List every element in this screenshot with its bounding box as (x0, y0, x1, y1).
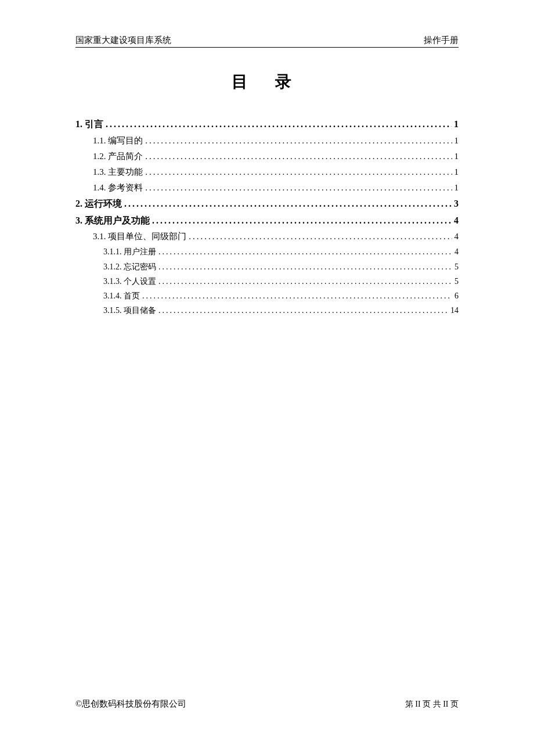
toc-leader-dots (158, 303, 448, 318)
toc-entry: 2. 运行环境 3 (75, 196, 459, 213)
toc-leader-dots (158, 274, 452, 289)
toc-entry: 1.4. 参考资料 1 (93, 180, 459, 196)
toc-entry: 3.1.2. 忘记密码 5 (103, 260, 459, 274)
toc-leader-dots (189, 229, 452, 244)
page-footer: ©思创数码科技股份有限公司 第 II 页 共 II 页 (75, 699, 459, 710)
header-left: 国家重大建设项目库系统 (75, 35, 171, 46)
toc-leader-dots (152, 213, 452, 229)
toc-title: 目 录 (75, 71, 459, 93)
toc-leader-dots (106, 116, 452, 133)
toc-entry-label: 2. 运行环境 (75, 196, 122, 213)
toc-entry-page: 1 (454, 180, 459, 196)
toc-entry: 3.1.3. 个人设置 5 (103, 274, 459, 289)
toc-entry-page: 1 (454, 164, 459, 180)
toc-entry-page: 14 (450, 303, 459, 318)
toc-entry: 3.1. 项目单位、同级部门 4 (93, 229, 459, 244)
toc-entry-label: 3.1.4. 首页 (103, 289, 140, 303)
toc-entry-label: 3.1.5. 项目储备 (103, 303, 156, 318)
toc-entry-page: 6 (454, 289, 459, 303)
toc-leader-dots (158, 260, 452, 274)
toc-entry-page: 4 (454, 213, 459, 229)
toc-entry: 1.3. 主要功能 1 (93, 164, 459, 180)
toc-leader-dots (124, 196, 452, 213)
toc-entry-label: 3. 系统用户及功能 (75, 213, 150, 229)
footer-copyright: ©思创数码科技股份有限公司 (75, 699, 186, 710)
toc-entry-label: 3.1. 项目单位、同级部门 (93, 229, 186, 244)
toc-entry-page: 3 (454, 196, 459, 213)
toc-entry-label: 1. 引言 (75, 116, 103, 133)
toc-leader-dots (145, 164, 452, 180)
toc-entry-page: 1 (454, 149, 459, 164)
toc-leader-dots (158, 244, 452, 259)
toc-leader-dots (142, 289, 452, 303)
toc-entry-label: 1.1. 编写目的 (93, 133, 143, 149)
toc-entry: 3.1.4. 首页 6 (103, 289, 459, 303)
toc-entry-label: 1.3. 主要功能 (93, 164, 143, 180)
toc-entry-label: 1.2. 产品简介 (93, 149, 143, 164)
toc-leader-dots (145, 133, 452, 149)
toc-entry-label: 3.1.2. 忘记密码 (103, 260, 156, 274)
toc-leader-dots (145, 149, 452, 164)
toc-entry: 1.2. 产品简介 1 (93, 149, 459, 164)
footer-pagination: 第 II 页 共 II 页 (405, 699, 459, 710)
document-page: 国家重大建设项目库系统 操作手册 目 录 1. 引言 11.1. 编写目的 11… (0, 0, 534, 756)
toc-entry-page: 1 (454, 116, 459, 133)
toc-entry: 3.1.1. 用户注册 4 (103, 244, 459, 259)
toc-entry-page: 1 (454, 133, 459, 149)
toc-entry-label: 3.1.3. 个人设置 (103, 274, 156, 289)
toc-entry-page: 4 (454, 244, 459, 259)
toc-entry-label: 1.4. 参考资料 (93, 180, 143, 196)
toc-entry: 1. 引言 1 (75, 116, 459, 133)
toc-entry: 1.1. 编写目的 1 (93, 133, 459, 149)
toc-leader-dots (145, 180, 452, 196)
page-header: 国家重大建设项目库系统 操作手册 (75, 35, 459, 48)
toc-entry: 3.1.5. 项目储备 14 (103, 303, 459, 318)
toc-entry-page: 5 (454, 260, 459, 274)
toc-entry: 3. 系统用户及功能 4 (75, 213, 459, 229)
header-right: 操作手册 (424, 35, 459, 46)
toc-list: 1. 引言 11.1. 编写目的 11.2. 产品简介 11.3. 主要功能 1… (75, 116, 459, 318)
toc-entry-page: 5 (454, 274, 459, 289)
toc-entry-label: 3.1.1. 用户注册 (103, 244, 156, 259)
toc-entry-page: 4 (454, 229, 459, 244)
